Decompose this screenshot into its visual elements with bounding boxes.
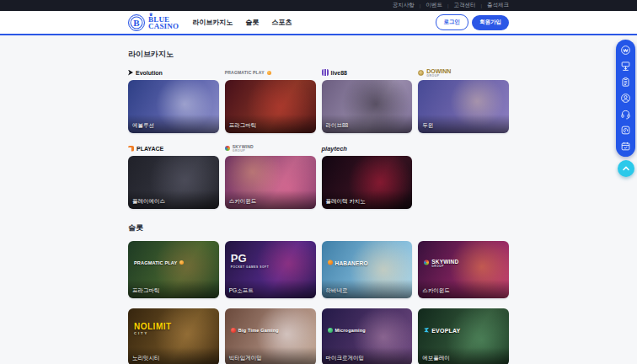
section-title-live-casino: 라이브카지노 bbox=[128, 49, 509, 60]
brand-logo[interactable]: B ♛ BLUE CASINO bbox=[128, 14, 179, 31]
evolution-icon bbox=[128, 70, 133, 76]
pragmatic-logo: PRAGMATIC PLAY bbox=[134, 260, 184, 265]
withdraw-icon[interactable] bbox=[620, 61, 631, 72]
pragmatic-ball-icon bbox=[179, 260, 184, 265]
provider-logo-pragmatic: PRAGMATIC PLAY bbox=[225, 67, 316, 78]
provider-name: DOWINN GROUP bbox=[426, 68, 451, 78]
pragmatic-ball-icon bbox=[267, 71, 271, 75]
game-card-dowinn[interactable]: 두윈 bbox=[418, 80, 509, 133]
playace-icon bbox=[128, 146, 134, 152]
header: B ♛ BLUE CASINO 라이브카지노 슬롯 스포츠 로그인 회원가입 bbox=[0, 11, 637, 35]
toplink-support[interactable]: 고객센터 bbox=[453, 2, 475, 9]
crown-icon: ♛ bbox=[149, 12, 153, 19]
card-label: 에보플레이 bbox=[422, 355, 450, 362]
provider-logo-live88: live88 bbox=[322, 67, 413, 78]
logo-line2: CASINO bbox=[148, 22, 179, 30]
slot-card-nolimit[interactable]: NOLIMIT CITY 노리밋시티 bbox=[128, 308, 219, 364]
card-label: 스카이윈드 bbox=[229, 198, 257, 206]
slot-card-habanero[interactable]: HABANERO 하바네로 bbox=[322, 241, 413, 298]
game-card-evolution[interactable]: 에볼루션 bbox=[128, 80, 219, 133]
divider: | bbox=[447, 3, 449, 8]
slot-card-microgaming[interactable]: Microgaming 마이크로게이밍 bbox=[322, 308, 413, 364]
live88-icon bbox=[322, 69, 329, 76]
side-toolbar-pill: ₩ bbox=[616, 40, 635, 157]
provider-name: PRAGMATIC PLAY bbox=[225, 70, 265, 75]
card-label: 노리밋시티 bbox=[132, 355, 160, 362]
microgaming-dot-icon bbox=[328, 328, 333, 333]
provider-logo-evolution: Evolution bbox=[128, 67, 219, 78]
slot-card-bigtimegaming[interactable]: Big Time Gaming 빅타임게이밍 bbox=[225, 308, 316, 364]
main-content: 라이브카지노 Evolution 에볼루션 PRAGMATIC PLAY 프라그… bbox=[128, 35, 509, 364]
bigtimegaming-logo: Big Time Gaming bbox=[231, 328, 279, 333]
auth-buttons: 로그인 회원가입 bbox=[436, 14, 510, 30]
card-label: 두윈 bbox=[422, 122, 433, 130]
evoplay-logo: EVOPLAY bbox=[424, 327, 460, 333]
skywind-logo: SKYWIND GROUP bbox=[424, 258, 458, 267]
toplink-notice[interactable]: 공지사항 bbox=[393, 2, 415, 9]
nav-sports[interactable]: 스포츠 bbox=[271, 18, 292, 27]
support-headset-icon[interactable] bbox=[620, 109, 631, 120]
message-icon[interactable] bbox=[620, 125, 631, 136]
scroll-to-top-button[interactable] bbox=[618, 160, 634, 177]
nolimit-logo: NOLIMIT CITY bbox=[134, 324, 172, 337]
divider: | bbox=[420, 3, 421, 8]
card-label: 스카이윈드 bbox=[422, 287, 450, 295]
game-card-playtech[interactable]: 플레이텍 카지노 bbox=[322, 156, 413, 209]
card-label: 빅타임게이밍 bbox=[229, 355, 262, 362]
attendance-calendar-icon[interactable] bbox=[620, 141, 631, 152]
evoplay-icon bbox=[424, 328, 429, 333]
nolimit-logo-text: NOLIMIT CITY bbox=[134, 324, 172, 337]
logo-text: ♛ BLUE CASINO bbox=[148, 16, 179, 29]
card-label: 마이크로게이밍 bbox=[326, 355, 365, 362]
microgaming-logo: Microgaming bbox=[328, 328, 366, 333]
pgsoft-logo: PG POCKET GAMES SOFT bbox=[231, 254, 269, 271]
card-label: PG소프트 bbox=[229, 287, 254, 295]
signup-button[interactable]: 회원가입 bbox=[472, 15, 509, 30]
nav-live-casino[interactable]: 라이브카지노 bbox=[192, 18, 233, 27]
provider-name: playtech bbox=[322, 145, 347, 153]
toplink-attendance[interactable]: 출석체크 bbox=[487, 2, 509, 9]
slot-card-evoplay[interactable]: EVOPLAY 에보플레이 bbox=[418, 308, 509, 364]
provider-name: live88 bbox=[331, 70, 347, 76]
skywind-circle-icon bbox=[225, 146, 230, 151]
live-casino-grid: Evolution 에볼루션 PRAGMATIC PLAY 프라그마틱 live… bbox=[128, 67, 509, 209]
history-clipboard-icon[interactable] bbox=[620, 77, 631, 88]
card-label: 프라그마틱 bbox=[229, 122, 257, 130]
provider-logo-playace: PLAYACE bbox=[128, 143, 219, 153]
slot-card-pgsoft[interactable]: PG POCKET GAMES SOFT PG소프트 bbox=[225, 241, 316, 298]
habanero-logo: HABANERO bbox=[328, 260, 368, 265]
mypage-icon[interactable] bbox=[620, 93, 631, 104]
skywind-circle-icon bbox=[424, 260, 429, 265]
logo-badge-icon: B bbox=[128, 14, 145, 31]
card-label: 에볼루션 bbox=[132, 122, 154, 130]
card-label: 라이브88 bbox=[326, 122, 349, 130]
provider-name: PLAYACE bbox=[136, 146, 163, 152]
divider: | bbox=[480, 3, 482, 8]
card-label: 하바네로 bbox=[326, 287, 348, 295]
login-button[interactable]: 로그인 bbox=[436, 14, 469, 30]
game-card-pragmatic-live[interactable]: 프라그마틱 bbox=[225, 80, 316, 133]
slot-card-pragmatic[interactable]: PRAGMATIC PLAY 프라그마틱 bbox=[128, 241, 219, 298]
toplink-event[interactable]: 이벤트 bbox=[426, 2, 442, 9]
game-card-skywind-live[interactable]: 스카이윈드 bbox=[225, 156, 316, 209]
slots-grid: PRAGMATIC PLAY 프라그마틱 PG POCKET GAMES SOF… bbox=[128, 241, 509, 364]
game-card-playace[interactable]: 플레이에이스 bbox=[128, 156, 219, 209]
card-label: 프라그마틱 bbox=[132, 287, 160, 295]
deposit-icon[interactable]: ₩ bbox=[620, 45, 631, 56]
card-label: 플레이에이스 bbox=[132, 198, 165, 206]
top-utility-bar: 공지사항 | 이벤트 | 고객센터 | 출석체크 bbox=[0, 0, 637, 11]
provider-name: Evolution bbox=[136, 70, 163, 76]
card-label: 플레이텍 카지노 bbox=[326, 198, 366, 206]
section-title-slots: 슬롯 bbox=[128, 222, 509, 233]
side-toolbar: ₩ bbox=[616, 40, 635, 177]
nav-slots[interactable]: 슬롯 bbox=[245, 18, 259, 27]
provider-logo-dowinn: DOWINN GROUP bbox=[418, 67, 509, 78]
habanero-dot-icon bbox=[328, 260, 333, 265]
provider-name: SKYWIND GROUP bbox=[233, 144, 254, 153]
provider-logo-skywind: SKYWIND GROUP bbox=[225, 143, 316, 153]
provider-logo-playtech: playtech bbox=[322, 143, 413, 153]
slot-card-skywind[interactable]: SKYWIND GROUP 스카이윈드 bbox=[418, 241, 509, 298]
game-card-live88[interactable]: 라이브88 bbox=[322, 80, 413, 133]
btg-dot-icon bbox=[231, 328, 236, 333]
skywind-logo-text: SKYWIND GROUP bbox=[431, 258, 458, 267]
